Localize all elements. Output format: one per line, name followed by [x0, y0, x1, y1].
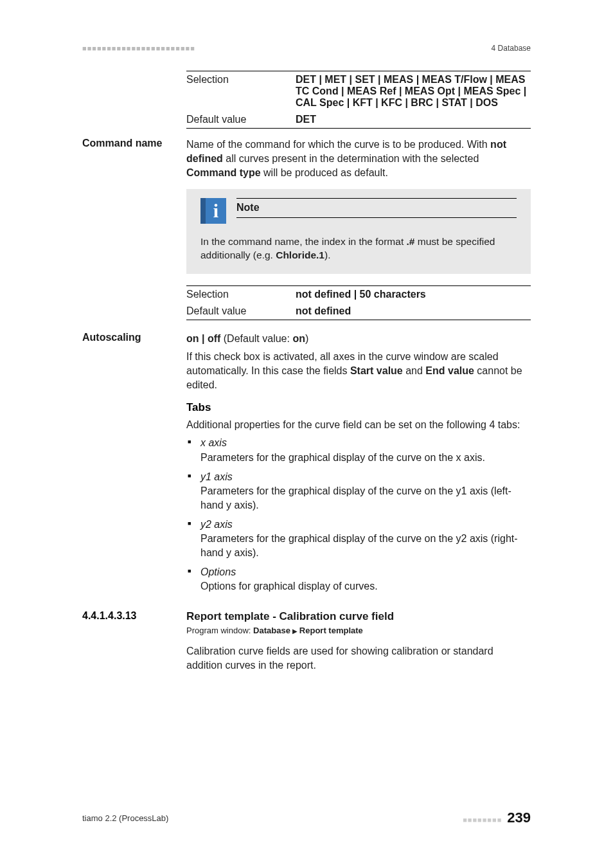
list-item: x axis Parameters for the graphical disp… [186, 436, 531, 464]
tabs-title: Tabs [186, 401, 531, 414]
subsection-body: Calibration curve fields are used for sh… [186, 644, 531, 673]
command-name-heading: Command name [82, 138, 173, 149]
note-box: i Note In the command name, the index in… [186, 189, 531, 274]
autoscaling-section: Autoscaling on | off (Default value: on)… [82, 332, 531, 599]
default-label: Default value [186, 114, 296, 125]
command-name-body: Name of the command for which the curve … [186, 138, 531, 180]
tabs-list: x axis Parameters for the graphical disp… [186, 436, 531, 593]
param-block-1: Selection DET | MET | SET | MEAS | MEAS … [82, 71, 531, 129]
subsection-number: 4.4.1.4.3.13 [82, 610, 173, 622]
tabs-intro: Additional properties for the curve fiel… [186, 418, 531, 432]
list-item: y1 axis Parameters for the graphical dis… [186, 470, 531, 512]
list-item: Options Options for graphical display of… [186, 565, 531, 593]
info-icon: i [200, 198, 226, 224]
autoscaling-toggle: on | off (Default value: on) [186, 332, 531, 346]
page-header: ■■■■■■■■■■■■■■■■■■■■■■■ 4 Database [82, 44, 531, 53]
page-number: 239 [507, 809, 531, 826]
autoscaling-body: If this check box is activated, all axes… [186, 350, 531, 392]
autoscaling-heading: Autoscaling [82, 332, 173, 343]
selection2-value: not defined | 50 characters [296, 289, 426, 300]
footer-dots: ■■■■■■■■ [463, 816, 502, 824]
header-dots: ■■■■■■■■■■■■■■■■■■■■■■■ [82, 44, 195, 52]
header-chapter: 4 Database [492, 44, 531, 53]
selection-label: Selection [186, 74, 296, 109]
subsection-calibration: 4.4.1.4.3.13 Report template - Calibrati… [82, 610, 531, 673]
selection2-label: Selection [186, 289, 296, 300]
subsection-title: Report template - Calibration curve fiel… [186, 610, 531, 623]
default-value: DET [296, 114, 316, 125]
note-title: Note [236, 202, 517, 213]
footer-left: tiamo 2.2 (ProcessLab) [82, 813, 168, 823]
command-name-section: Command name Name of the command for whi… [82, 138, 531, 320]
default2-label: Default value [186, 305, 296, 317]
program-window-path: Program window: Database▶Report template [186, 626, 531, 635]
default2-value: not defined [296, 305, 351, 316]
selection-value: DET | MET | SET | MEAS | MEAS T/Flow | M… [296, 74, 526, 108]
list-item: y2 axis Parameters for the graphical dis… [186, 518, 531, 560]
page-footer: tiamo 2.2 (ProcessLab) ■■■■■■■■ 239 [82, 809, 531, 826]
note-body: In the command name, the index in the fo… [200, 235, 517, 262]
